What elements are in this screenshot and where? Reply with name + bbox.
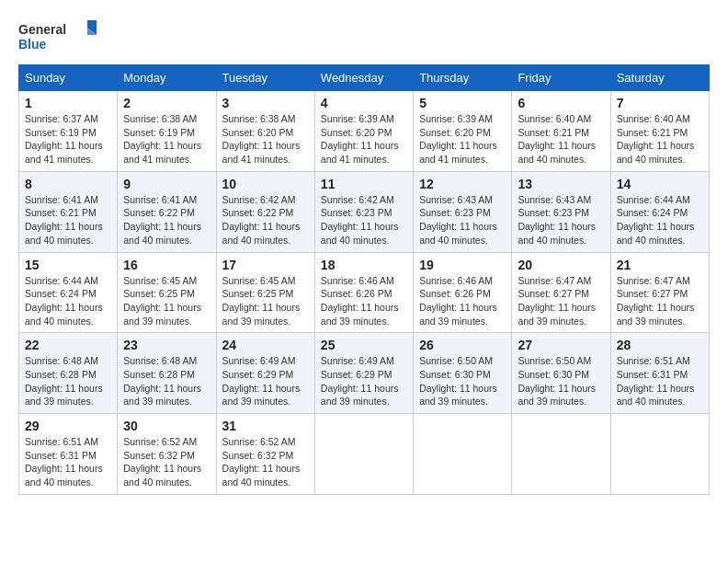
calendar-cell: 26Sunrise: 6:50 AMSunset: 6:30 PMDayligh… (414, 333, 512, 414)
day-info: Sunrise: 6:39 AMSunset: 6:20 PMDaylight:… (419, 112, 506, 167)
header-sunday: Sunday (19, 65, 118, 91)
header-tuesday: Tuesday (216, 65, 314, 91)
day-number: 7 (617, 96, 703, 110)
day-number: 24 (222, 338, 309, 352)
day-number: 5 (419, 96, 506, 110)
day-info: Sunrise: 6:48 AMSunset: 6:28 PMDaylight:… (123, 354, 210, 408)
day-info: Sunrise: 6:50 AMSunset: 6:30 PMDaylight:… (419, 354, 506, 408)
day-info: Sunrise: 6:51 AMSunset: 6:31 PMDaylight:… (617, 354, 703, 408)
day-number: 14 (617, 177, 703, 191)
calendar-cell: 7Sunrise: 6:40 AMSunset: 6:21 PMDaylight… (610, 91, 709, 172)
calendar-cell: 16Sunrise: 6:45 AMSunset: 6:25 PMDayligh… (118, 252, 216, 333)
day-number: 21 (617, 258, 703, 272)
calendar-cell: 19Sunrise: 6:46 AMSunset: 6:26 PMDayligh… (414, 252, 512, 333)
calendar-cell: 25Sunrise: 6:49 AMSunset: 6:29 PMDayligh… (314, 333, 413, 414)
calendar-header-row: SundayMondayTuesdayWednesdayThursdayFrid… (19, 65, 710, 91)
day-number: 27 (518, 338, 604, 352)
calendar-cell: 13Sunrise: 6:43 AMSunset: 6:23 PMDayligh… (512, 171, 610, 252)
day-info: Sunrise: 6:42 AMSunset: 6:23 PMDaylight:… (321, 193, 407, 247)
day-number: 16 (123, 258, 210, 272)
day-info: Sunrise: 6:42 AMSunset: 6:22 PMDaylight:… (222, 193, 309, 247)
calendar-cell: 21Sunrise: 6:47 AMSunset: 6:27 PMDayligh… (610, 252, 709, 333)
calendar-cell: 18Sunrise: 6:46 AMSunset: 6:26 PMDayligh… (314, 252, 413, 333)
calendar-cell: 10Sunrise: 6:42 AMSunset: 6:22 PMDayligh… (216, 171, 314, 252)
calendar-cell: 27Sunrise: 6:50 AMSunset: 6:30 PMDayligh… (512, 333, 610, 414)
day-info: Sunrise: 6:46 AMSunset: 6:26 PMDaylight:… (419, 274, 506, 328)
day-number: 4 (321, 96, 407, 110)
header-saturday: Saturday (610, 65, 709, 91)
day-info: Sunrise: 6:44 AMSunset: 6:24 PMDaylight:… (25, 274, 111, 328)
day-info: Sunrise: 6:37 AMSunset: 6:19 PMDaylight:… (25, 112, 111, 167)
day-number: 2 (123, 96, 210, 110)
day-info: Sunrise: 6:45 AMSunset: 6:25 PMDaylight:… (222, 274, 309, 328)
day-info: Sunrise: 6:49 AMSunset: 6:29 PMDaylight:… (222, 354, 309, 408)
day-number: 10 (222, 177, 309, 191)
day-number: 1 (25, 96, 111, 110)
calendar-cell: 3Sunrise: 6:38 AMSunset: 6:20 PMDaylight… (216, 91, 314, 172)
calendar-cell: 8Sunrise: 6:41 AMSunset: 6:21 PMDaylight… (19, 171, 118, 252)
logo: General Blue (18, 18, 110, 55)
calendar-cell: 22Sunrise: 6:48 AMSunset: 6:28 PMDayligh… (19, 333, 118, 414)
day-number: 31 (222, 419, 309, 433)
calendar-cell (414, 414, 512, 495)
calendar-cell (512, 414, 610, 495)
day-number: 13 (518, 177, 604, 191)
calendar-cell: 12Sunrise: 6:43 AMSunset: 6:23 PMDayligh… (414, 171, 512, 252)
day-number: 11 (321, 177, 407, 191)
calendar-week-3: 15Sunrise: 6:44 AMSunset: 6:24 PMDayligh… (19, 252, 710, 333)
calendar-cell (610, 414, 709, 495)
page-header: General Blue (18, 18, 710, 55)
calendar-cell: 4Sunrise: 6:39 AMSunset: 6:20 PMDaylight… (314, 91, 413, 172)
day-number: 18 (321, 258, 407, 272)
calendar-cell: 11Sunrise: 6:42 AMSunset: 6:23 PMDayligh… (314, 171, 413, 252)
day-info: Sunrise: 6:40 AMSunset: 6:21 PMDaylight:… (518, 112, 604, 167)
day-number: 20 (518, 258, 604, 272)
calendar-cell: 29Sunrise: 6:51 AMSunset: 6:31 PMDayligh… (19, 414, 118, 495)
header-thursday: Thursday (414, 65, 512, 91)
calendar-cell: 24Sunrise: 6:49 AMSunset: 6:29 PMDayligh… (216, 333, 314, 414)
calendar-cell: 23Sunrise: 6:48 AMSunset: 6:28 PMDayligh… (118, 333, 216, 414)
calendar-week-1: 1Sunrise: 6:37 AMSunset: 6:19 PMDaylight… (19, 91, 710, 172)
day-number: 30 (123, 419, 210, 433)
calendar-table: SundayMondayTuesdayWednesdayThursdayFrid… (18, 64, 710, 495)
header-friday: Friday (512, 65, 610, 91)
day-info: Sunrise: 6:40 AMSunset: 6:21 PMDaylight:… (617, 112, 703, 167)
day-info: Sunrise: 6:49 AMSunset: 6:29 PMDaylight:… (321, 354, 407, 408)
day-info: Sunrise: 6:44 AMSunset: 6:24 PMDaylight:… (617, 193, 703, 247)
logo-svg: General Blue (18, 18, 110, 55)
day-number: 9 (123, 177, 210, 191)
day-number: 28 (617, 338, 703, 352)
calendar-cell: 31Sunrise: 6:52 AMSunset: 6:32 PMDayligh… (216, 414, 314, 495)
day-info: Sunrise: 6:41 AMSunset: 6:22 PMDaylight:… (123, 193, 210, 247)
day-info: Sunrise: 6:46 AMSunset: 6:26 PMDaylight:… (321, 274, 407, 328)
day-info: Sunrise: 6:50 AMSunset: 6:30 PMDaylight:… (518, 354, 604, 408)
day-info: Sunrise: 6:47 AMSunset: 6:27 PMDaylight:… (617, 274, 703, 328)
day-number: 29 (25, 419, 111, 433)
calendar-cell (314, 414, 413, 495)
calendar-cell: 2Sunrise: 6:38 AMSunset: 6:19 PMDaylight… (118, 91, 216, 172)
day-number: 23 (123, 338, 210, 352)
day-info: Sunrise: 6:47 AMSunset: 6:27 PMDaylight:… (518, 274, 604, 328)
day-number: 22 (25, 338, 111, 352)
header-wednesday: Wednesday (314, 65, 413, 91)
calendar-week-2: 8Sunrise: 6:41 AMSunset: 6:21 PMDaylight… (19, 171, 710, 252)
day-info: Sunrise: 6:52 AMSunset: 6:32 PMDaylight:… (123, 435, 210, 489)
calendar-cell: 20Sunrise: 6:47 AMSunset: 6:27 PMDayligh… (512, 252, 610, 333)
day-number: 19 (419, 258, 506, 272)
calendar-cell: 5Sunrise: 6:39 AMSunset: 6:20 PMDaylight… (414, 91, 512, 172)
day-number: 8 (25, 177, 111, 191)
day-info: Sunrise: 6:38 AMSunset: 6:20 PMDaylight:… (222, 112, 309, 167)
day-number: 17 (222, 258, 309, 272)
calendar-cell: 1Sunrise: 6:37 AMSunset: 6:19 PMDaylight… (19, 91, 118, 172)
day-number: 12 (419, 177, 506, 191)
day-number: 25 (321, 338, 407, 352)
day-info: Sunrise: 6:45 AMSunset: 6:25 PMDaylight:… (123, 274, 210, 328)
day-number: 15 (25, 258, 111, 272)
day-info: Sunrise: 6:38 AMSunset: 6:19 PMDaylight:… (123, 112, 210, 167)
header-monday: Monday (118, 65, 216, 91)
day-info: Sunrise: 6:51 AMSunset: 6:31 PMDaylight:… (25, 435, 111, 489)
day-info: Sunrise: 6:43 AMSunset: 6:23 PMDaylight:… (419, 193, 506, 247)
day-info: Sunrise: 6:52 AMSunset: 6:32 PMDaylight:… (222, 435, 309, 489)
day-info: Sunrise: 6:48 AMSunset: 6:28 PMDaylight:… (25, 354, 111, 408)
calendar-cell: 14Sunrise: 6:44 AMSunset: 6:24 PMDayligh… (610, 171, 709, 252)
